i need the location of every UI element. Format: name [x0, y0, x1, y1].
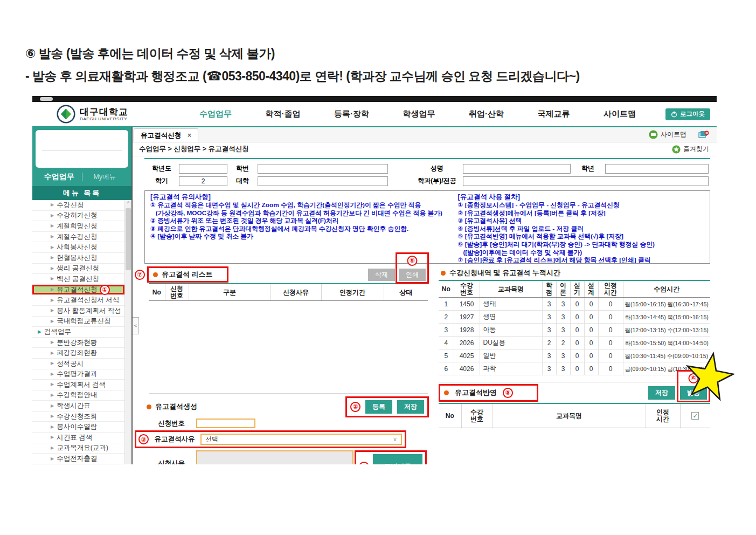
menu-item-label: 성적공시: [57, 359, 84, 368]
cell-no: 1: [439, 298, 454, 311]
logo-text-en: DAEGU UNIVERSITY: [80, 116, 128, 121]
sidebar-menu-item[interactable]: ▶ 학생시간표: [32, 401, 124, 411]
cell-recognized: 0: [598, 362, 623, 375]
sidebar-menu-item[interactable]: ▶ 국내학점교류신청: [32, 317, 124, 327]
sidebar-tab-current[interactable]: 수업업무: [37, 172, 82, 182]
sidebar-menu-item[interactable]: ▶ 수업계획서 검색: [32, 380, 124, 390]
sidebar-menu-item[interactable]: ▶ 시간표 검색: [32, 433, 124, 443]
cell-no: 2: [439, 311, 454, 324]
menu-arrow-icon: ▶: [51, 414, 54, 419]
favorite-link[interactable]: 즐겨찾기: [672, 145, 709, 154]
absence-list-title: 유고결석 리스트: [162, 270, 213, 279]
register-button[interactable]: 등록: [365, 400, 392, 414]
major-input[interactable]: [463, 176, 709, 186]
menu-arrow-icon: ▶: [51, 308, 54, 313]
cell-code: 1927: [454, 311, 480, 324]
nav-item[interactable]: 수업업무: [199, 109, 232, 119]
sidebar-menu-item[interactable]: ▶ 생리 공결신청: [32, 264, 124, 275]
scroll-up-icon[interactable]: ^: [125, 200, 131, 207]
detail-textarea[interactable]: [196, 450, 353, 464]
cell-credit: 2: [542, 337, 556, 349]
enrollment-title: 수강신청내역 및 유고결석 누적시간: [449, 268, 560, 278]
cell-theory: 3: [556, 324, 570, 337]
reason-select-value: 선택: [205, 435, 218, 444]
cell-recognized: 0: [598, 324, 623, 337]
nav-item[interactable]: 학적·졸업: [266, 109, 301, 119]
cell-class-time: 월(12:00~13:15) 수(12:00~13:15): [623, 324, 710, 337]
notice-procedure: [유고결석 사용 절차] ① [종합정보시스템] - 수업업무 - 신청업무 -…: [458, 193, 704, 259]
sitemap-link[interactable]: 사이트맵: [649, 130, 686, 139]
sidebar-menu-item[interactable]: ▶ 헌혈봉사신청: [32, 253, 124, 264]
nav-item[interactable]: 사이트맵: [604, 109, 636, 119]
enrollment-row[interactable]: 5 4025 일반 3 3 0 0 0 월(10:30~11:45) 수(09:…: [439, 349, 710, 362]
sidebar-menu-item[interactable]: ▶ 교과목개요(교과): [32, 443, 124, 454]
sidebar-menu-item[interactable]: ▶ 봉사이수열람: [32, 422, 124, 433]
sidebar-menu-item[interactable]: ▶ 폐강강좌현황: [32, 348, 124, 359]
university-logo[interactable]: 대구대학교 DAEGU UNIVERSITY: [57, 105, 162, 124]
nav-item[interactable]: 등록·장학: [334, 109, 369, 119]
reason-select[interactable]: 선택 ∨: [200, 434, 402, 445]
logout-button[interactable]: 로그아웃: [665, 108, 710, 120]
sidebar-tab-mymenu[interactable]: My메뉴: [82, 173, 128, 182]
sidebar-menu-item[interactable]: ▶ 수강신청: [32, 200, 124, 211]
notice-line: ① [종합정보시스템] - 수업업무 - 신청업무 - 유고결석신청: [458, 201, 704, 209]
sidebar-menu-item[interactable]: ▶ 계절수강신청: [32, 232, 124, 243]
list-column-header: 상태: [384, 284, 428, 301]
cell-credit: 3: [542, 311, 556, 324]
cell-theory: 2: [556, 337, 570, 349]
sidebar-menu-item[interactable]: ▶ 수업전자출결: [32, 454, 124, 464]
grade-input[interactable]: [605, 164, 709, 174]
sidebar-menu-item[interactable]: ▶ 검색업무: [32, 327, 124, 338]
sidebar-menu-item[interactable]: ▶ 수강신청조회: [32, 411, 124, 422]
workspace-tabbar: 유고결석신청 × 사이트맵: [133, 127, 717, 142]
college-input[interactable]: [258, 176, 388, 186]
sidebar-menu-item[interactable]: ▶ 수업평가결과: [32, 369, 124, 380]
sidebar-menu-item[interactable]: ▶ 사회봉사신청: [32, 242, 124, 253]
sidebar-menu-item[interactable]: ▶ 봉사 활동계획서 작성: [32, 306, 124, 317]
delete-button[interactable]: 삭제: [368, 269, 395, 281]
nav-item[interactable]: 국제교류: [538, 109, 570, 119]
grade-label: 학년: [572, 163, 604, 174]
year-input[interactable]: [179, 164, 227, 174]
studentno-input[interactable]: [258, 164, 388, 174]
tab-close-icon[interactable]: ×: [188, 132, 191, 139]
sidebar-menu-item[interactable]: ▶ 수강학점안내: [32, 390, 124, 401]
select-all-checkbox[interactable]: ✓: [691, 412, 699, 420]
semester-input[interactable]: [179, 176, 227, 186]
sidebar-menu-item[interactable]: ▶ 수강허가신청: [32, 211, 124, 222]
print-button[interactable]: 인쇄: [399, 269, 426, 281]
tab-absence-application[interactable]: 유고결석신청 ×: [134, 128, 198, 142]
apply-column-header: 인정 시간: [646, 403, 680, 428]
appno-input[interactable]: [196, 419, 255, 428]
enrollment-row[interactable]: 1 1450 생태 3 3 0 0 0 월(15:00~16:15) 월(16:…: [439, 298, 710, 311]
global-nav: 수업업무학적·졸업등록·장학학생업무취업·산학국제교류사이트맵: [162, 109, 665, 119]
send-button[interactable]: 발송: [680, 386, 707, 400]
major-label: 학과(부)/전공: [413, 175, 461, 186]
sidebar-menu-item[interactable]: ▶ 성적공시: [32, 359, 124, 369]
cell-design: 0: [584, 337, 598, 349]
sidebar-menu-item[interactable]: ▶ 계절희망신청: [32, 221, 124, 232]
enrollment-row[interactable]: 4 2026 DU실용 2 2 0 0 0 화(15:00~15:50) 목(1…: [439, 337, 710, 349]
save-button[interactable]: 저장: [397, 400, 424, 414]
sidebar-menu-item[interactable]: ▶ 분반강좌현황: [32, 338, 124, 348]
scrollbar-thumb[interactable]: [126, 208, 131, 270]
enrollment-row[interactable]: 6 4026 과학 3 3 0 0 0 금(09:00~10:15) 금(10:…: [439, 362, 710, 375]
sidebar-scrollbar[interactable]: ^: [124, 200, 131, 464]
nav-item[interactable]: 취업·산학: [469, 109, 504, 119]
cell-class-time: 금(09:00~10:15) 금(10:30~11:45): [623, 362, 710, 375]
sidebar-menu-item[interactable]: ▶ 유고결석신청 ①: [32, 285, 124, 296]
tab-label: 유고결석신청: [141, 131, 181, 140]
evidence-docs-button[interactable]: 증빙서류: [373, 454, 422, 464]
cell-practice: 0: [570, 298, 584, 311]
apply-save-button[interactable]: 저장: [648, 386, 675, 400]
sidebar-menu-item[interactable]: ▶ 백신 공결신청: [32, 274, 124, 285]
close-all-tabs-icon[interactable]: [698, 131, 709, 139]
enrollment-row[interactable]: 3 1928 아동 3 3 0 0 0 월(12:00~13:15) 수(12:…: [439, 324, 710, 337]
sidebar-collapse-handle[interactable]: <: [133, 317, 139, 334]
name-input[interactable]: [463, 164, 571, 174]
menu-item-label: 봉사이수열람: [57, 422, 97, 431]
menu-arrow-icon: ▶: [51, 446, 54, 450]
sidebar-menu-item[interactable]: ▶ 유고결석신청서 서식: [32, 295, 124, 306]
nav-item[interactable]: 학생업무: [403, 109, 435, 119]
enrollment-row[interactable]: 2 1927 생명 3 3 0 0 0 화(13:30~14:45) 목(15:…: [439, 311, 710, 324]
